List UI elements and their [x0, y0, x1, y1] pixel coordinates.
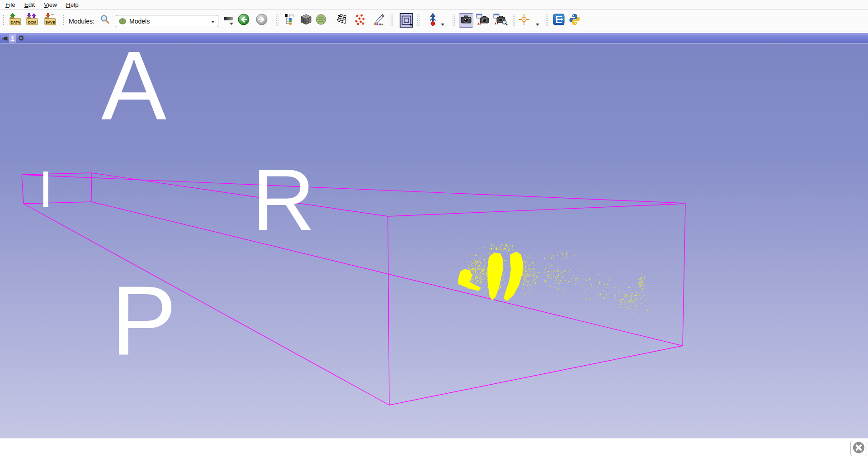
toolbar-separator: [390, 14, 393, 27]
view-label-badge: 1: [9, 34, 16, 43]
subject-hierarchy-icon: [284, 14, 296, 27]
view-controller-bar: 1: [0, 33, 868, 43]
orientation-letter-P: P: [111, 265, 176, 375]
volumes-button[interactable]: [299, 13, 313, 28]
toolbar-separator: [452, 14, 455, 27]
back-button[interactable]: [237, 13, 250, 28]
slicer-window: FileEditViewHelp DATA DCM SAVE Modules: …: [0, 0, 868, 458]
crosshair-menu-button[interactable]: [535, 20, 540, 28]
toolbar-separator: [545, 14, 548, 27]
toolbar-grip[interactable]: [3, 14, 5, 26]
editor-pen-icon: [373, 14, 385, 27]
3d-scene: AIRP: [0, 43, 868, 438]
main-toolbar: DATA DCM SAVE Modules: Models: [0, 10, 868, 32]
svg-text:DCM: DCM: [28, 20, 37, 24]
fiducials-button[interactable]: [353, 13, 367, 28]
view-menu-button[interactable]: [18, 34, 25, 42]
load-data-button[interactable]: DATA: [9, 13, 22, 28]
menu-item-view[interactable]: View: [39, 0, 61, 10]
chevron-down-icon: [211, 17, 215, 25]
load-data-icon: DATA: [9, 13, 22, 28]
layout-selector-button[interactable]: [400, 13, 413, 28]
forward-icon: [255, 13, 268, 28]
save-button[interactable]: SAVE: [43, 13, 57, 28]
magnifier-icon: [100, 14, 110, 26]
screenshot-button[interactable]: [459, 13, 473, 28]
mouse-place-menu-button[interactable]: [440, 20, 445, 28]
fiducials-dots-icon: [354, 14, 366, 27]
orientation-letter-A: A: [101, 43, 166, 140]
screenshot-camera-icon: [460, 14, 472, 27]
close-button[interactable]: [850, 441, 867, 456]
pin-button[interactable]: [2, 35, 8, 42]
extensions-icon: [553, 14, 565, 27]
pin-icon: [2, 35, 8, 43]
gear-icon: [18, 35, 25, 43]
toolbar-separator: [275, 14, 278, 27]
chevron-down-icon: [440, 20, 445, 28]
module-finder-button[interactable]: [99, 13, 111, 28]
models-icon: [118, 17, 127, 25]
module-history-icon: [223, 13, 235, 28]
chevron-down-icon: [535, 20, 540, 28]
toolbar-separator: [512, 14, 515, 27]
subject-hierarchy-button[interactable]: [283, 13, 297, 28]
editor-button[interactable]: [372, 13, 386, 28]
3d-view[interactable]: AIRP: [0, 43, 868, 438]
scene-view-camera-icon: [476, 14, 490, 27]
crosshair-icon: [518, 14, 530, 27]
back-icon: [237, 13, 250, 28]
svg-text:DATA: DATA: [10, 20, 20, 24]
menubar: FileEditViewHelp: [0, 0, 868, 10]
toolbar-grip[interactable]: [62, 14, 65, 26]
module-selector[interactable]: Models: [116, 15, 218, 27]
chevron-down-icon: [409, 20, 413, 28]
extensions-button[interactable]: [552, 13, 566, 28]
modules-label: Modules:: [69, 10, 94, 32]
transforms-button[interactable]: [335, 13, 349, 28]
scene-view-search-camera-icon: [493, 14, 508, 27]
python-console-button[interactable]: [567, 13, 582, 28]
mouse-place-icon: [429, 13, 437, 28]
orientation-letter-R: R: [252, 151, 315, 248]
bottom-bar: [0, 438, 868, 458]
mouse-place-button[interactable]: [428, 13, 438, 28]
module-selector-value: Models: [127, 18, 208, 25]
module-history-button[interactable]: [222, 13, 236, 28]
models-sphere-icon: [315, 14, 327, 27]
save-icon: SAVE: [44, 13, 57, 28]
python-icon: [568, 13, 581, 28]
menu-item-help[interactable]: Help: [61, 0, 83, 10]
forward-button[interactable]: [255, 13, 269, 28]
dicom-icon: DCM: [26, 13, 38, 28]
dicom-button[interactable]: DCM: [25, 13, 39, 28]
crosshair-button[interactable]: [518, 13, 530, 28]
svg-text:SAVE: SAVE: [45, 20, 55, 24]
orientation-letter-I: I: [38, 160, 53, 218]
volumes-cube-icon: [300, 14, 312, 27]
toolbar-separator: [416, 14, 420, 27]
menu-item-file[interactable]: File: [1, 0, 20, 10]
models-button[interactable]: [314, 13, 328, 28]
x-circle-icon: [852, 441, 865, 456]
scene-view-restore-button[interactable]: [493, 13, 508, 28]
transforms-grid-icon: [336, 14, 349, 27]
scene-view-button[interactable]: [476, 13, 490, 28]
menu-item-edit[interactable]: Edit: [20, 0, 39, 10]
